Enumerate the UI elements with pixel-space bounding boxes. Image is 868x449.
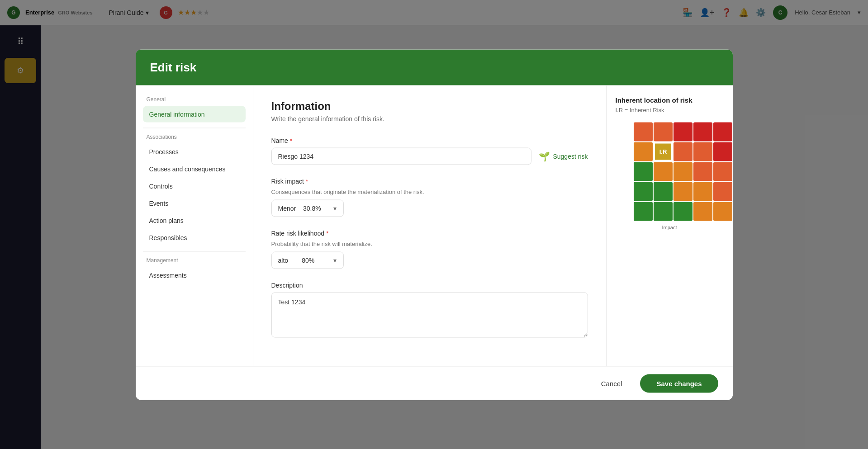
- name-field-group: Name * 🌱 Suggest risk: [271, 137, 588, 165]
- matrix-cell: [654, 122, 673, 141]
- name-required-star: *: [290, 137, 292, 144]
- matrix-cell: [654, 162, 673, 181]
- risk-impact-desc: Consequences that originate the material…: [271, 188, 588, 195]
- modal-header: Edit risk: [136, 49, 733, 85]
- impact-required-star: *: [306, 177, 308, 184]
- nav-action-plans[interactable]: Action plans: [143, 212, 246, 228]
- matrix-cell: [634, 142, 653, 161]
- risk-matrix-grid: I.R: [634, 122, 732, 221]
- matrix-cell: [713, 202, 732, 221]
- rate-likelihood-label: Rate risk likelihood *: [271, 229, 588, 236]
- rate-likelihood-group: Rate risk likelihood * Probability that …: [271, 229, 588, 269]
- nav-assessments[interactable]: Assessments: [143, 267, 246, 283]
- matrix-cell: [634, 202, 653, 221]
- name-label: Name *: [271, 137, 588, 144]
- likelihood-required-star: *: [326, 229, 328, 236]
- matrix-cell: [693, 202, 712, 221]
- risk-impact-select-row: Menor 30.8% ▾: [271, 199, 588, 217]
- section-title: Information: [271, 99, 588, 112]
- likelihood-select-row: alto 80% ▾: [271, 251, 588, 269]
- matrix-cell: [674, 142, 693, 161]
- matrix-cell: [674, 122, 693, 141]
- nav-controls[interactable]: Controls: [143, 178, 246, 194]
- section-subtitle: Write the general information of this ri…: [271, 115, 588, 122]
- name-row: 🌱 Suggest risk: [271, 147, 588, 165]
- nav-divider-2: [143, 251, 246, 251]
- save-changes-button[interactable]: Save changes: [640, 374, 718, 392]
- nav-processes[interactable]: Processes: [143, 143, 246, 160]
- suggest-risk-button[interactable]: 🌱 Suggest risk: [539, 151, 588, 161]
- cancel-button[interactable]: Cancel: [588, 374, 635, 392]
- risk-impact-label: Risk impact *: [271, 177, 588, 184]
- matrix-cell: [634, 162, 653, 181]
- modal-main-content: Information Write the general informatio…: [253, 85, 606, 366]
- nav-section-general: General: [143, 96, 246, 102]
- edit-risk-modal: Edit risk General General information As…: [136, 49, 733, 400]
- modal-title: Edit risk: [150, 60, 718, 74]
- nav-section-associations: Associations: [143, 133, 246, 140]
- suggest-icon: 🌱: [539, 151, 550, 161]
- nav-events[interactable]: Events: [143, 195, 246, 211]
- matrix-cell: [674, 202, 693, 221]
- matrix-cell: [713, 122, 732, 141]
- name-input-wrapper: [271, 147, 532, 165]
- description-textarea[interactable]: [271, 292, 588, 337]
- risk-matrix-title: Inherent location of risk: [616, 96, 724, 104]
- risk-impact-group: Risk impact * Consequences that originat…: [271, 177, 588, 217]
- risk-matrix-panel: Inherent location of risk I.R = Inherent…: [606, 85, 733, 366]
- likelihood-chevron-icon: ▾: [333, 256, 337, 264]
- modal-footer: Cancel Save changes: [136, 366, 733, 400]
- nav-responsibles[interactable]: Responsibles: [143, 229, 246, 246]
- modal-body: General General information Associations…: [136, 85, 733, 366]
- rate-likelihood-desc: Probability that the risk will materiali…: [271, 240, 588, 247]
- matrix-cell: [713, 182, 732, 201]
- impact-chevron-icon: ▾: [333, 204, 337, 212]
- description-group: Description: [271, 281, 588, 339]
- risk-matrix-subtitle: I.R = Inherent Risk: [616, 106, 724, 113]
- matrix-cell: [654, 182, 673, 201]
- risk-impact-select[interactable]: Menor 30.8% ▾: [271, 199, 344, 217]
- ir-marker: I.R: [654, 142, 673, 161]
- matrix-cell: [713, 162, 732, 181]
- description-label: Description: [271, 281, 588, 288]
- matrix-cell: [634, 122, 653, 141]
- matrix-cell: [693, 142, 712, 161]
- matrix-cell: [713, 142, 732, 161]
- matrix-cell: [654, 202, 673, 221]
- likelihood-select[interactable]: alto 80% ▾: [271, 251, 344, 269]
- matrix-cell: [674, 182, 693, 201]
- matrix-label-impact: Impact: [662, 224, 677, 230]
- matrix-cell: [693, 182, 712, 201]
- nav-divider-1: [143, 128, 246, 128]
- name-input[interactable]: [271, 147, 532, 165]
- risk-matrix-container: Likelihood I.R Impact: [616, 122, 724, 230]
- matrix-cell: [693, 162, 712, 181]
- modal-nav: General General information Associations…: [136, 85, 253, 366]
- nav-section-management: Management: [143, 257, 246, 263]
- nav-general-information[interactable]: General information: [143, 106, 246, 122]
- matrix-cell: [674, 162, 693, 181]
- matrix-cell: [634, 182, 653, 201]
- nav-causes-consequences[interactable]: Causes and consequences: [143, 161, 246, 177]
- matrix-cell: [693, 122, 712, 141]
